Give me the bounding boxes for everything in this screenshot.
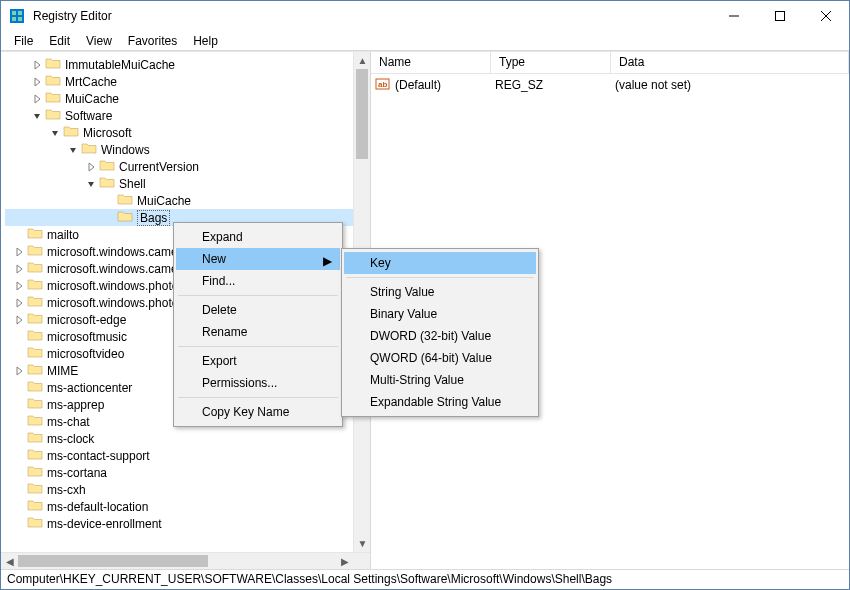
cm-new-dword[interactable]: DWORD (32-bit) Value bbox=[344, 325, 536, 347]
menu-favorites[interactable]: Favorites bbox=[120, 32, 185, 50]
expander-none bbox=[13, 348, 25, 360]
cm-new-multistring[interactable]: Multi-String Value bbox=[344, 369, 536, 391]
scroll-thumb-h[interactable] bbox=[18, 555, 208, 567]
expander-closed-icon[interactable] bbox=[31, 76, 43, 88]
tree-label: CurrentVersion bbox=[119, 160, 199, 174]
expander-open-icon[interactable] bbox=[31, 110, 43, 122]
scroll-thumb-v[interactable] bbox=[356, 69, 368, 159]
tree-item[interactable]: ms-contact-support bbox=[5, 447, 353, 464]
tree-item[interactable]: ImmutableMuiCache bbox=[5, 56, 353, 73]
expander-closed-icon[interactable] bbox=[85, 161, 97, 173]
cm-new-binary[interactable]: Binary Value bbox=[344, 303, 536, 325]
maximize-button[interactable] bbox=[757, 1, 803, 31]
cm-new-key[interactable]: Key bbox=[344, 252, 536, 274]
col-name[interactable]: Name bbox=[371, 52, 491, 73]
expander-open-icon[interactable] bbox=[67, 144, 79, 156]
menu-view[interactable]: View bbox=[78, 32, 120, 50]
value-type: REG_SZ bbox=[495, 78, 615, 92]
expander-closed-icon[interactable] bbox=[13, 314, 25, 326]
cm-copy-key-name[interactable]: Copy Key Name bbox=[176, 401, 340, 423]
expander-closed-icon[interactable] bbox=[13, 365, 25, 377]
cm-find[interactable]: Find... bbox=[176, 270, 340, 292]
tree-label: MuiCache bbox=[65, 92, 119, 106]
menu-help[interactable]: Help bbox=[185, 32, 226, 50]
tree-item[interactable]: Software bbox=[5, 107, 353, 124]
folder-icon bbox=[27, 515, 47, 532]
tree-label: ms-cxh bbox=[47, 483, 86, 497]
list-row[interactable]: ab (Default) REG_SZ (value not set) bbox=[375, 76, 845, 94]
minimize-button[interactable] bbox=[711, 1, 757, 31]
tree-item[interactable]: ms-device-enrollment bbox=[5, 515, 353, 532]
folder-icon bbox=[45, 90, 65, 107]
tree-label: ms-contact-support bbox=[47, 449, 150, 463]
tree-label: Windows bbox=[101, 143, 150, 157]
close-button[interactable] bbox=[803, 1, 849, 31]
col-data[interactable]: Data bbox=[611, 52, 849, 73]
expander-closed-icon[interactable] bbox=[13, 246, 25, 258]
folder-icon bbox=[27, 243, 47, 260]
svg-rect-4 bbox=[18, 17, 22, 21]
tree-label: MIME bbox=[47, 364, 78, 378]
expander-none bbox=[13, 229, 25, 241]
expander-none bbox=[13, 518, 25, 530]
statusbar: Computer\HKEY_CURRENT_USER\SOFTWARE\Clas… bbox=[1, 569, 849, 589]
svg-text:ab: ab bbox=[378, 80, 387, 89]
folder-icon bbox=[81, 141, 101, 158]
svg-rect-1 bbox=[12, 11, 16, 15]
menubar: File Edit View Favorites Help bbox=[1, 31, 849, 51]
cm-new-qword[interactable]: QWORD (64-bit) Value bbox=[344, 347, 536, 369]
titlebar[interactable]: Registry Editor bbox=[1, 1, 849, 31]
tree-label: ImmutableMuiCache bbox=[65, 58, 175, 72]
cm-new[interactable]: New ▶ bbox=[176, 248, 340, 270]
menu-edit[interactable]: Edit bbox=[41, 32, 78, 50]
scroll-up-icon[interactable]: ▲ bbox=[354, 52, 371, 69]
expander-closed-icon[interactable] bbox=[13, 263, 25, 275]
tree-item[interactable]: CurrentVersion bbox=[5, 158, 353, 175]
tree-item[interactable]: ms-default-location bbox=[5, 498, 353, 515]
folder-icon bbox=[45, 107, 65, 124]
folder-icon bbox=[27, 345, 47, 362]
scroll-down-icon[interactable]: ▼ bbox=[354, 535, 371, 552]
tree-item[interactable]: ms-cortana bbox=[5, 464, 353, 481]
tree-label: ms-device-enrollment bbox=[47, 517, 162, 531]
expander-closed-icon[interactable] bbox=[31, 93, 43, 105]
scroll-right-icon[interactable]: ▶ bbox=[336, 553, 353, 569]
tree-item[interactable]: Shell bbox=[5, 175, 353, 192]
tree-item[interactable]: MuiCache bbox=[5, 192, 353, 209]
tree-label: MuiCache bbox=[137, 194, 191, 208]
cm-permissions[interactable]: Permissions... bbox=[176, 372, 340, 394]
menu-file[interactable]: File bbox=[6, 32, 41, 50]
expander-open-icon[interactable] bbox=[85, 178, 97, 190]
cm-expand[interactable]: Expand bbox=[176, 226, 340, 248]
expander-none bbox=[13, 450, 25, 462]
expander-closed-icon[interactable] bbox=[31, 59, 43, 71]
tree-item[interactable]: MuiCache bbox=[5, 90, 353, 107]
expander-none bbox=[13, 501, 25, 513]
tree-item[interactable]: Microsoft bbox=[5, 124, 353, 141]
folder-icon bbox=[117, 209, 137, 226]
cm-new-expandstring[interactable]: Expandable String Value bbox=[344, 391, 536, 413]
cm-rename[interactable]: Rename bbox=[176, 321, 340, 343]
tree-item[interactable]: MrtCache bbox=[5, 73, 353, 90]
submenu-arrow-icon: ▶ bbox=[323, 254, 332, 268]
tree-label: microsoft-edge bbox=[47, 313, 126, 327]
cm-new-string[interactable]: String Value bbox=[344, 281, 536, 303]
tree-horizontal-scrollbar[interactable]: ◀ ▶ bbox=[1, 552, 370, 569]
expander-none bbox=[13, 433, 25, 445]
cm-delete[interactable]: Delete bbox=[176, 299, 340, 321]
tree-item[interactable]: ms-cxh bbox=[5, 481, 353, 498]
col-type[interactable]: Type bbox=[491, 52, 611, 73]
expander-none bbox=[103, 195, 115, 207]
expander-closed-icon[interactable] bbox=[13, 297, 25, 309]
scroll-left-icon[interactable]: ◀ bbox=[1, 553, 18, 569]
expander-closed-icon[interactable] bbox=[13, 280, 25, 292]
cm-separator bbox=[178, 295, 338, 296]
tree-item[interactable]: Windows bbox=[5, 141, 353, 158]
tree-item[interactable]: ms-clock bbox=[5, 430, 353, 447]
cm-separator bbox=[178, 346, 338, 347]
folder-icon bbox=[27, 464, 47, 481]
tree-label: microsoft.windows.camera bbox=[47, 245, 188, 259]
expander-open-icon[interactable] bbox=[49, 127, 61, 139]
tree-label: ms-clock bbox=[47, 432, 94, 446]
cm-export[interactable]: Export bbox=[176, 350, 340, 372]
